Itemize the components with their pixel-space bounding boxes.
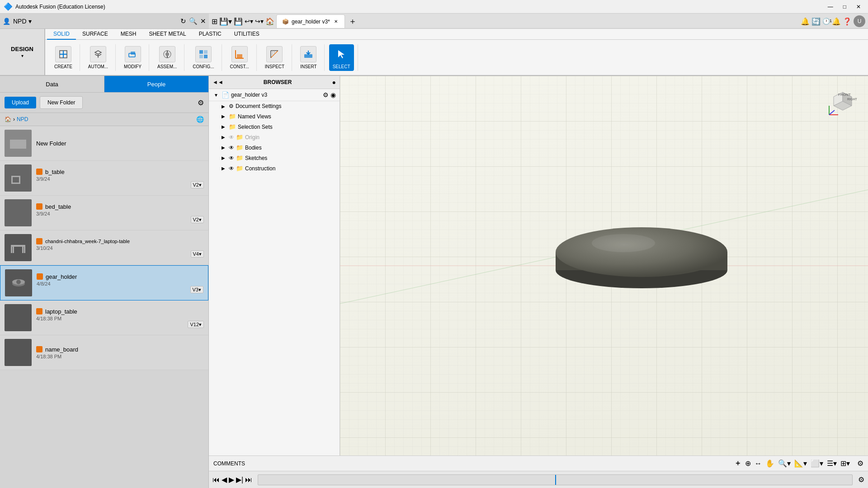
save-icon[interactable]: 💾 [234,17,243,26]
object-highlight-icon[interactable]: ⊞▾ [840,459,850,468]
construct-button[interactable]: CONST... [226,44,253,71]
settings-icon[interactable]: ⚙ [198,99,204,107]
view-controls-icon[interactable]: 📐▾ [794,459,807,468]
orbit-icon[interactable]: ↔ [755,460,762,468]
grid-icon[interactable]: ⊞ [212,17,217,26]
browser-item[interactable]: ▶ ⚙ Document Settings [209,101,340,111]
inspect-button[interactable]: INSPECT [261,44,288,71]
home-button[interactable]: 🏠 [265,17,274,26]
add-tab-button[interactable]: ＋ [347,16,359,27]
bedtable-version[interactable]: V2▾ [191,216,204,223]
tab-sheet-metal[interactable]: SHEET METAL [142,29,192,40]
item-expander[interactable]: ▶ [220,114,227,119]
btable-version[interactable]: V2▾ [191,181,204,188]
undo-button[interactable]: ↩▾ [245,18,253,25]
display-mode-icon[interactable]: ⬜▾ [811,459,823,468]
minimize-button[interactable]: — [824,4,837,10]
close-button[interactable]: ✕ [853,4,864,10]
eye-icon[interactable]: 👁 [229,145,234,151]
list-item[interactable]: gear_holder 4/8/24 V3▾ [0,265,208,300]
tab-solid[interactable]: SOLID [47,29,76,40]
root-expander[interactable]: ▼ [212,93,220,98]
select-button[interactable]: SELECT [329,44,354,71]
grid-toggle-icon[interactable]: ☰▾ [827,459,837,468]
browser-root-item[interactable]: ▼ 📄 gear_holder v3 ⚙ ◉ [209,89,340,101]
timeline-track[interactable] [258,474,853,485]
design-panel[interactable]: DESIGN ▾ [0,29,45,75]
bell-icon[interactable]: 🔔 [832,17,841,26]
timeline-start-button[interactable]: ⏮ [212,476,220,484]
new-folder-button[interactable]: New Folder [40,96,83,109]
workspace-dropdown[interactable]: NPD ▾ [13,18,32,25]
timeline-marker[interactable] [555,475,556,485]
history-icon[interactable]: 🕐 1 [822,18,830,25]
timeline-back-button[interactable]: ◀ [222,475,227,484]
automate-button[interactable]: AUTOM... [85,44,112,71]
item-expander[interactable]: ▶ [220,155,227,160]
list-item[interactable]: New Folder [0,126,208,161]
eye-icon[interactable]: 👁 [229,134,234,141]
eye-icon[interactable]: 👁 [229,155,234,161]
list-item[interactable]: chandni-chhabra_week-7_laptop-table 3/10… [0,230,208,265]
tab-mesh[interactable]: MESH [114,29,143,40]
maximize-button[interactable]: □ [840,4,850,10]
add-comment-icon[interactable]: ＋ [734,459,741,468]
settings-dot-icon[interactable]: ⚙ [323,91,329,99]
tab-utilities[interactable]: UTILITIES [228,29,266,40]
collapse-browser-button[interactable]: ◄◄ [212,79,223,85]
browser-item[interactable]: ▶ 👁 📁 Origin [209,132,340,142]
gearholder-version[interactable]: V3▾ [190,286,203,293]
create-button[interactable]: CREATE [51,44,76,71]
list-item[interactable]: laptop_table 4/18:38 PM V12▾ [0,300,208,335]
browser-item[interactable]: ▶ 📁 Selection Sets [209,122,340,132]
timeline-settings-icon[interactable]: ⚙ [858,475,864,484]
navigation-cube[interactable]: FRONT RIGHT [825,83,861,119]
timeline-end-button[interactable]: ⏭ [245,476,252,484]
user-avatar[interactable]: U [854,15,865,27]
list-item[interactable]: name_board 4/18:38 PM [0,335,208,370]
browser-item[interactable]: ▶ 📁 Named Views [209,111,340,122]
eye-icon[interactable]: 👁 [229,165,234,172]
upload-button[interactable]: Upload [5,97,36,108]
list-item[interactable]: b_table 3/9/24 V2▾ [0,161,208,196]
tab-people[interactable]: People [104,76,208,92]
refresh-button[interactable]: ↻ [180,17,186,25]
panel-close-button[interactable]: ✕ [200,17,206,25]
browser-item[interactable]: ▶ 👁 📁 Bodies [209,142,340,153]
zoom-icon[interactable]: 🔍▾ [778,459,791,468]
laptoptable-version[interactable]: V12▾ [188,321,204,328]
notifications-icon[interactable]: 🔔 [801,17,810,26]
tab-surface[interactable]: SURFACE [76,29,114,40]
item-expander[interactable]: ▶ [220,166,227,171]
move-icon[interactable]: ⊕ [745,459,751,468]
tab-plastic[interactable]: PLASTIC [193,29,228,40]
browser-item[interactable]: ▶ 👁 📁 Sketches [209,153,340,163]
tab-data[interactable]: Data [0,76,104,92]
browser-item[interactable]: ▶ 👁 📁 Construction [209,163,340,174]
item-expander[interactable]: ▶ [220,104,227,109]
timeline-play-button[interactable]: ▶ [229,475,234,484]
viewport-canvas[interactable]: FRONT RIGHT [340,76,868,455]
item-expander[interactable]: ▶ [220,124,227,129]
pan-icon[interactable]: ✋ [765,459,774,468]
sync-icon[interactable]: 🔄 [811,17,821,26]
timeline-step-forward-button[interactable]: ▶| [236,475,243,484]
active-tab[interactable]: 📦 gear_holder v3* ✕ [276,14,345,28]
home-icon[interactable]: 🏠 [5,116,11,122]
config-button[interactable]: CONFIG... [189,44,217,71]
tab-close-button[interactable]: ✕ [333,19,339,25]
assemble-button[interactable]: ASSEM... [154,44,180,71]
settings-viewport-icon[interactable]: ⚙ [857,459,863,468]
modify-button[interactable]: MODIFY [120,44,145,71]
help-icon[interactable]: ❓ [843,17,852,26]
breadcrumb-npd[interactable]: NPD [17,116,28,122]
chandni-version[interactable]: V4▾ [191,250,204,258]
item-expander[interactable]: ▶ [220,145,227,150]
browser-close-icon[interactable]: ● [332,79,336,86]
list-item[interactable]: bed_table 3/9/24 V2▾ [0,196,208,230]
radio-icon[interactable]: ◉ [330,91,336,99]
insert-button[interactable]: INSERT [297,44,321,71]
file-menu[interactable]: 💾▾ [219,17,232,26]
search-button[interactable]: 🔍 [189,17,198,25]
item-expander[interactable]: ▶ [220,135,227,140]
